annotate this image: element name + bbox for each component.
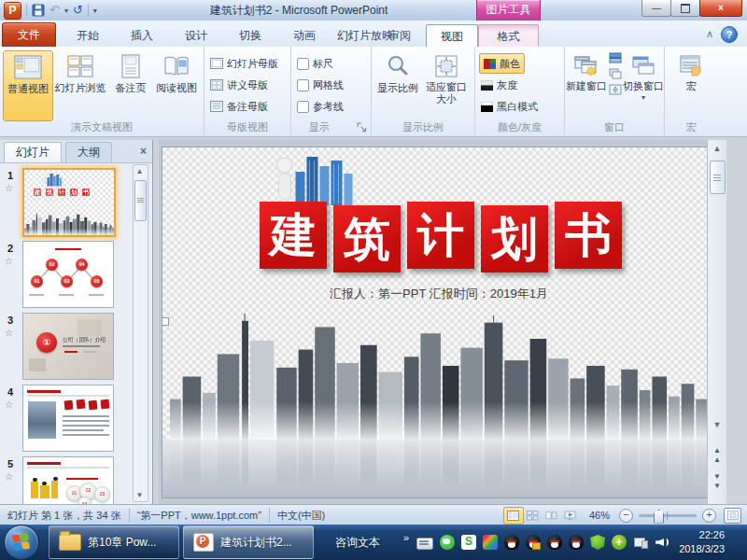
- status-bar: 幻灯片 第 1 张，共 34 张 “第一PPT，www.1ppt.com” 中文…: [0, 504, 747, 525]
- network-icon[interactable]: [633, 535, 648, 550]
- normal-view-button[interactable]: 普通视图: [3, 50, 53, 121]
- tab-insert[interactable]: 插入: [120, 24, 164, 47]
- close-button[interactable]: ×: [699, 0, 742, 17]
- grayscale-button[interactable]: 灰度: [481, 76, 517, 94]
- handout-master-button[interactable]: 讲义母版: [210, 76, 268, 94]
- switch-windows-button[interactable]: 切换窗口 ▾: [623, 50, 664, 119]
- volume-icon[interactable]: [655, 535, 669, 550]
- scroll-up-icon[interactable]: ▲: [708, 144, 726, 153]
- status-reading-view-button[interactable]: [543, 508, 561, 524]
- close-panel-icon[interactable]: ×: [140, 145, 147, 158]
- tab-design[interactable]: 设计: [174, 24, 218, 47]
- help-icon[interactable]: ?: [721, 26, 738, 43]
- fit-to-window-button[interactable]: 适应窗口大小: [422, 50, 471, 119]
- grayscale-icon: [481, 80, 493, 91]
- minimize-button[interactable]: —: [641, 0, 671, 17]
- zoom-track[interactable]: [639, 514, 697, 517]
- taskbar-clock[interactable]: 22:26 2018/3/23: [679, 528, 725, 556]
- selection-handle-left[interactable]: [162, 317, 169, 326]
- slide-5-thumbnail[interactable]: 01 02 03 04: [22, 456, 114, 504]
- status-normal-view-button[interactable]: [503, 507, 524, 525]
- tray-overflow-icon[interactable]: »: [403, 532, 409, 543]
- dialog-launcher-icon[interactable]: [357, 122, 368, 133]
- scroll-down-icon[interactable]: ▼: [134, 491, 146, 499]
- wechat-icon[interactable]: [440, 535, 455, 550]
- scroll-up-icon[interactable]: ▲: [134, 167, 146, 175]
- tab-home[interactable]: 开始: [65, 24, 110, 47]
- tab-file[interactable]: 文件: [2, 22, 56, 48]
- slide-editor: 建 筑 计 划 书 汇报人：第一PPT 汇报时间：2019年1月 ▲ ▼ ▲▲ …: [159, 140, 726, 504]
- checkbox-icon: [297, 101, 309, 113]
- security-shield-icon[interactable]: [590, 535, 605, 550]
- macros-button[interactable]: 宏: [667, 50, 715, 119]
- tab-transitions[interactable]: 切换: [228, 24, 273, 47]
- arrange-all-icon[interactable]: [609, 52, 622, 63]
- status-slideshow-button[interactable]: [561, 508, 580, 524]
- sogou-icon[interactable]: S: [461, 535, 476, 550]
- tab-review[interactable]: 审阅: [377, 24, 422, 47]
- tab-slides-thumbnails[interactable]: 幻灯片: [4, 142, 62, 162]
- ribbon-tab-row: 文件 开始 插入 设计 切换 动画 幻灯片放映 审阅 视图 格式 ∧ ?: [0, 21, 747, 47]
- editor-scrollbar[interactable]: ▲ ▼ ▲▲ ▼▼: [707, 140, 726, 504]
- next-slide-button[interactable]: ▼▼: [710, 472, 725, 493]
- qq-icon[interactable]: [504, 535, 519, 550]
- status-slide-sorter-button[interactable]: [524, 508, 543, 524]
- color-button[interactable]: 颜色: [479, 53, 525, 74]
- green-plus-icon[interactable]: [612, 535, 627, 550]
- scrollbar-thumb[interactable]: [134, 180, 147, 221]
- group-label: 母版视图: [204, 120, 290, 134]
- ruler-checkbox[interactable]: 标尺: [297, 54, 333, 73]
- tab-format[interactable]: 格式: [478, 24, 539, 48]
- title-char: 划: [481, 205, 548, 273]
- scrollbar-thumb[interactable]: [710, 161, 726, 194]
- previous-slide-button[interactable]: ▲▲: [710, 446, 725, 467]
- window-controls: — ×: [642, 0, 742, 17]
- zoom-slider-thumb[interactable]: [654, 510, 664, 524]
- reading-view-button[interactable]: 阅读视图: [152, 50, 201, 119]
- scroll-down-icon[interactable]: ▼: [708, 420, 726, 429]
- cascade-windows-icon[interactable]: [609, 68, 622, 79]
- zoom-out-button[interactable]: −: [619, 509, 633, 523]
- tab-animations[interactable]: 动画: [282, 24, 327, 47]
- notes-page-button[interactable]: 备注页: [109, 50, 152, 119]
- language-indicator[interactable]: 中文(中国): [277, 509, 325, 523]
- taskbar-item-powerpoint[interactable]: P 建筑计划书2...: [183, 525, 314, 559]
- slide-sorter-icon: [66, 54, 94, 78]
- zoom-percentage[interactable]: 46%: [589, 510, 610, 521]
- tab-outline[interactable]: 大纲: [65, 142, 112, 162]
- slide-sorter-button[interactable]: 幻灯片浏览: [53, 50, 107, 119]
- slide-2-thumbnail[interactable]: 01 02 03 04 05: [22, 241, 114, 308]
- maximize-button[interactable]: [670, 0, 700, 17]
- skyline-reflection: [170, 440, 708, 498]
- zoom-in-button[interactable]: +: [702, 509, 716, 523]
- slide-4-thumbnail[interactable]: [22, 385, 114, 452]
- slide-master-button[interactable]: 幻灯片母版: [210, 54, 278, 73]
- folder-icon: [59, 534, 81, 551]
- new-window-button[interactable]: 新建窗口: [565, 50, 608, 119]
- group-label: 窗口: [565, 120, 664, 134]
- qq-briefcase-icon[interactable]: [526, 535, 541, 550]
- taskbar-item-text[interactable]: 咨询文本: [317, 525, 398, 559]
- start-button[interactable]: [4, 525, 39, 560]
- guides-checkbox[interactable]: 参考线: [297, 97, 344, 116]
- rainbow-app-icon[interactable]: [483, 535, 498, 550]
- move-split-icon[interactable]: [609, 84, 622, 95]
- group-window: 新建窗口 切换窗口 ▾ 窗: [565, 47, 665, 136]
- input-keyboard-icon[interactable]: [416, 538, 433, 550]
- zoom-button[interactable]: 显示比例: [374, 50, 422, 119]
- fit-slide-to-window-button[interactable]: [724, 508, 741, 524]
- notes-master-button[interactable]: 备注母版: [210, 97, 268, 116]
- qq-icon[interactable]: [547, 535, 562, 550]
- taskbar-item-folder[interactable]: 第10章 Pow...: [49, 525, 179, 559]
- slide-1-thumbnail[interactable]: 建筑计划书: [22, 168, 116, 237]
- black-white-button[interactable]: 黑白模式: [481, 97, 538, 116]
- panel-scrollbar[interactable]: ▲ ▼: [133, 164, 148, 502]
- gridlines-checkbox[interactable]: 网格线: [297, 76, 344, 94]
- collapse-ribbon-icon[interactable]: ∧: [706, 28, 713, 40]
- tab-view[interactable]: 视图: [426, 24, 478, 48]
- slide-canvas[interactable]: 建 筑 计 划 书 汇报人：第一PPT 汇报时间：2019年1月: [162, 147, 716, 498]
- notes-page-icon: [117, 54, 145, 78]
- picture-tools-contextual-label: 图片工具: [476, 0, 541, 22]
- slide-3-thumbnail[interactable]: ① 公司（团队）介绍: [22, 313, 114, 380]
- qq-icon[interactable]: [569, 535, 584, 550]
